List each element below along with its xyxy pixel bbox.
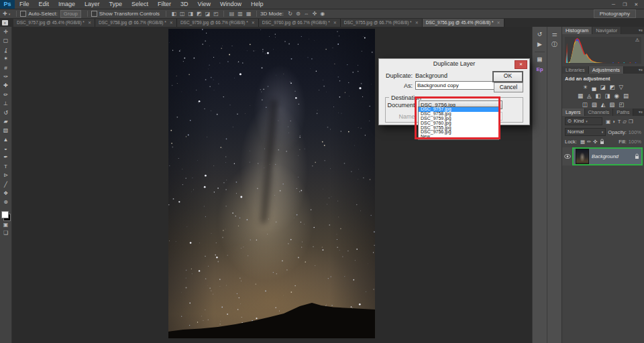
menu-item[interactable]: Edit — [34, 0, 54, 9]
menu-item[interactable]: Type — [105, 0, 127, 9]
panel-tab[interactable]: Histogram — [562, 27, 592, 34]
dropdown-option[interactable]: New — [419, 135, 498, 139]
tool-button[interactable]: T — [1, 162, 11, 171]
menu-item[interactable]: Help — [246, 0, 268, 9]
tool-button[interactable]: ✑ — [1, 72, 11, 81]
tab-close-icon[interactable]: ✕ — [497, 19, 500, 27]
distribute-icon[interactable]: ▦ — [246, 11, 252, 17]
3d-mode-icon[interactable]: ⊚ — [296, 11, 301, 17]
dropdown-option[interactable]: DSC_9756.jpg — [419, 130, 498, 135]
cancel-button[interactable]: Cancel — [494, 82, 523, 92]
3d-mode-icon[interactable]: ↻ — [288, 11, 292, 17]
adjustment-icon[interactable]: ◨ — [605, 92, 610, 99]
auto-select-group-dropdown[interactable]: Group — [60, 10, 81, 18]
adjustment-icon[interactable]: ◫ — [582, 101, 588, 108]
tool-button[interactable]: ⊕ — [1, 198, 11, 206]
tool-button[interactable]: ✚ — [1, 81, 11, 90]
tab-close-icon[interactable]: ✕ — [333, 19, 337, 27]
document-tab[interactable]: DSC_9759.jpg @ 66.7% (RGB/8) * ✕ — [177, 19, 259, 27]
tool-button[interactable]: ✶ — [1, 54, 11, 63]
adjustment-icon[interactable]: ▧ — [609, 101, 614, 108]
fill-value[interactable]: 100% — [629, 139, 641, 145]
adjustment-icon[interactable]: ◬ — [587, 92, 592, 99]
layer-filter-icon[interactable]: ▣ — [606, 119, 610, 125]
menu-item[interactable]: 3D — [176, 0, 193, 9]
workspace-switcher[interactable]: Photography — [594, 9, 636, 18]
document-tab[interactable]: DSC_9757.jpg @ 45.4% (RGB/8) * ✕ — [13, 19, 95, 27]
panel-tab[interactable]: Navigator — [592, 27, 621, 34]
panel-menu-icon[interactable]: ▾≡ — [637, 66, 644, 74]
adjustment-icon[interactable]: ▦ — [578, 92, 583, 99]
panel-tab[interactable]: Libraries — [562, 66, 589, 74]
align-icon[interactable]: ◧ — [171, 11, 176, 17]
panel-menu-icon[interactable]: ▾≡ — [637, 109, 644, 116]
distribute-icon[interactable]: ▥ — [237, 11, 243, 17]
tool-preset-dropdown-icon[interactable]: ▾ — [9, 12, 11, 16]
tool-button[interactable]: ╱ — [1, 180, 11, 189]
align-icon[interactable]: ◰ — [213, 11, 219, 17]
tool-button[interactable]: ✒ — [1, 153, 11, 161]
menu-item[interactable]: File — [15, 0, 34, 9]
cached-data-warning-icon[interactable]: ⚠ — [635, 38, 639, 43]
blend-mode-dropdown[interactable]: Normal ▾ — [565, 128, 606, 136]
adjustment-icon[interactable]: ◭ — [601, 101, 606, 108]
panel-tab[interactable]: Layers — [562, 109, 585, 116]
tool-button[interactable]: ✏ — [1, 90, 11, 99]
adjustment-icon[interactable]: ▽ — [619, 84, 624, 90]
padlock-icon[interactable] — [600, 139, 604, 145]
3d-mode-icon[interactable]: ◉ — [320, 11, 325, 17]
tab-close-icon[interactable]: ✕ — [88, 19, 91, 27]
lock-icon[interactable]: ✜ — [593, 139, 597, 145]
dock-panel-icon[interactable]: ↺ — [534, 29, 545, 40]
window-control-button[interactable]: ✕ — [631, 1, 642, 9]
tool-button[interactable]: ❖ — [1, 189, 11, 198]
auto-select-checkbox[interactable] — [20, 11, 26, 17]
layer-filter-icon[interactable]: ▱ — [623, 119, 627, 125]
tab-close-icon[interactable]: ✕ — [415, 19, 419, 27]
dock-panel-icon[interactable]: ⚌ — [549, 29, 560, 40]
layer-thumbnail[interactable] — [576, 149, 589, 164]
layer-filter-kind-dropdown[interactable]: ⊙ Kind ▾ — [565, 117, 602, 125]
adjustment-icon[interactable]: ◉ — [614, 92, 619, 99]
dock-panel-icon[interactable]: ⓘ — [549, 40, 560, 50]
dialog-close-button[interactable]: ✕ — [515, 60, 527, 69]
align-icon[interactable]: ◩ — [197, 11, 202, 17]
tool-button[interactable]: ⊳ — [1, 171, 11, 180]
dock-panel-icon[interactable]: ▤ — [534, 54, 545, 64]
align-icon[interactable]: ◪ — [205, 11, 211, 17]
adjustment-icon[interactable]: ◧ — [596, 92, 601, 99]
tab-close-icon[interactable]: ✕ — [252, 19, 255, 27]
as-input[interactable] — [415, 81, 498, 90]
toolbox-bottom-icon[interactable]: ❏ — [3, 229, 8, 237]
lock-icon[interactable]: ✏ — [587, 139, 591, 145]
adjustment-icon[interactable]: ◪ — [600, 84, 606, 90]
adjustment-icon[interactable]: ☀ — [583, 84, 588, 90]
layer-filter-icon[interactable]: ❐ — [629, 119, 633, 125]
3d-mode-icon[interactable]: ⇔ — [304, 11, 309, 17]
document-tab[interactable]: DSC_9758.jpg @ 66.7% (RGB/8) * ✕ — [95, 19, 177, 27]
adjustment-icon[interactable]: ◩ — [610, 84, 615, 90]
opacity-value[interactable]: 100% — [629, 129, 641, 135]
panel-menu-icon[interactable]: ▾≡ — [637, 27, 644, 34]
distribute-icon[interactable]: ▤ — [229, 11, 235, 17]
tab-close-icon[interactable]: ✕ — [170, 19, 173, 27]
align-icon[interactable]: ◫ — [180, 11, 185, 17]
tool-button[interactable]: ◒ — [1, 144, 11, 153]
tool-button[interactable]: ▰ — [1, 117, 11, 126]
ok-button[interactable]: OK — [492, 71, 523, 82]
tool-button[interactable]: ⊥ — [1, 99, 11, 108]
tool-button[interactable]: ✛ — [1, 27, 11, 36]
document-tab[interactable]: DSC_9760.jpg @ 66.7% (RGB/8) * ✕ — [259, 19, 341, 27]
adjustment-icon[interactable]: ▤ — [623, 92, 629, 99]
tool-button[interactable]: ʆ — [1, 46, 11, 54]
align-icon[interactable]: ◨ — [189, 11, 194, 17]
panel-tab[interactable]: Adjustments — [589, 66, 624, 74]
menu-item[interactable]: Image — [54, 0, 80, 9]
window-control-button[interactable]: ─ — [608, 1, 619, 9]
layer-row[interactable]: Background — [562, 147, 644, 165]
panel-tab[interactable]: Channels — [585, 109, 614, 116]
menu-item[interactable]: Filter — [153, 0, 176, 9]
tool-button[interactable]: ▢ — [1, 36, 11, 45]
visibility-eye-icon[interactable] — [564, 154, 571, 159]
layer-filter-icon[interactable]: ◗ — [612, 119, 616, 125]
